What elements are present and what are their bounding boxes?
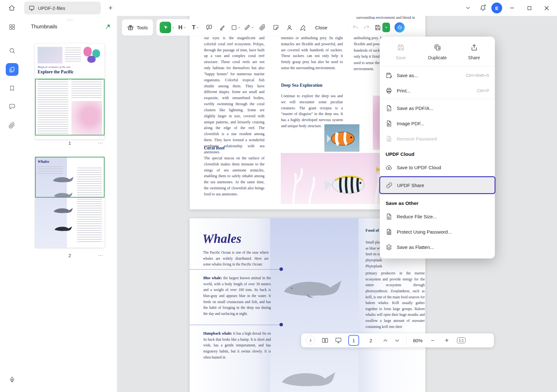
menu-item-updf-share[interactable]: UPDF Share [380,177,495,193]
fill-sign-tool-button[interactable] [297,21,309,34]
save-dropdown-button[interactable] [382,23,390,32]
undo-button[interactable] [352,24,359,31]
minimize-button[interactable] [505,2,519,14]
page1-col2-paragraph: enemies or ambushing prey. Its eight ten… [281,35,343,71]
timeline-line-2 [190,325,281,325]
paperclip-icon [9,122,15,129]
menu-item-reduce-file-size[interactable]: Reduce File Size... [380,209,495,224]
sidebar-item-apps[interactable] [5,20,19,34]
text-tool-button[interactable]: T [190,21,202,34]
blue-whale-text: the largest known animal in the world, w… [203,276,271,316]
sidebar-item-thumbnails[interactable] [6,63,18,76]
updf-cloud-section-title: UPDF Cloud [380,146,495,160]
menu-item-save-as[interactable]: Save as... Ctrl+Shift+S [380,68,495,83]
sidebar-item-comments[interactable] [5,100,19,113]
home-icon [8,4,15,11]
save-icon[interactable] [374,24,381,31]
previous-page-button[interactable] [383,338,388,343]
attachment-tool-button[interactable] [257,21,269,34]
collapse-toolbar-button[interactable] [462,2,474,14]
maximize-button[interactable] [522,2,537,14]
quick-share-label: Share [468,55,480,60]
menu-item-save-as-pdfa[interactable]: A Save as PDF/A... [380,100,495,116]
menu-item-image-pdf[interactable]: Image PDF... [380,116,495,131]
ai-assistant-button[interactable] [394,22,405,33]
main-toolbar: Tools H T [122,19,409,36]
menu-item-protect-using-password-label: Protect Using Password... [397,229,452,235]
signature-tool-button[interactable] [283,21,295,34]
shape-tool-chevron-icon[interactable] [237,26,241,29]
user-avatar[interactable]: E [491,3,502,13]
select-tool-button[interactable] [160,21,175,34]
menu-item-save-to-updf-cloud[interactable]: Save to UPDF Cloud [380,160,495,175]
quick-duplicate-button[interactable]: Duplicate [419,44,456,60]
notifications-button[interactable] [477,2,489,14]
redo-button[interactable] [363,24,370,31]
cloud-upload-icon [386,164,392,171]
zoom-out-button[interactable]: − [429,337,437,344]
sidebar-item-bookmarks[interactable] [5,82,19,95]
page2-title: Whales [202,231,241,246]
comment-tool-button[interactable] [203,21,215,34]
page2-visible-area-indicator[interactable] [35,157,105,198]
measure-tool-chevron-icon[interactable] [251,26,254,29]
bookmark-icon [9,85,15,91]
ai-robot-icon [396,24,403,31]
text-tool-chevron-icon[interactable] [196,26,199,29]
zoom-level[interactable]: 80% [413,338,423,343]
left-icon-rail [0,16,24,392]
thumb2-more-button[interactable]: ⋯ [98,252,103,258]
close-window-button[interactable] [539,2,554,14]
page-layout-button[interactable] [322,337,329,344]
next-page-button[interactable] [394,338,400,343]
menu-item-remove-password[interactable]: Remove Password [380,131,495,146]
sticker-tool-button[interactable] [270,21,282,34]
expand-panel-button[interactable] [306,336,315,345]
compress-document-icon [386,213,392,220]
highlighter-tool-button[interactable] [216,21,228,34]
home-button[interactable] [6,2,18,14]
page1-deep-sea-heading: Deep Sea Exploration [281,83,322,88]
new-tab-button[interactable]: + [105,3,116,13]
quick-save-label: Save [396,55,406,60]
sidebar-item-search[interactable] [5,44,19,57]
page-button-1[interactable]: 1 [348,335,359,346]
thumb1-more-button[interactable]: ⋯ [98,140,103,146]
tool-group: H T [156,19,336,36]
page-thumbnail-2[interactable]: Whales [35,157,105,248]
presentation-button[interactable] [335,337,342,344]
page1-col2-paragraph2: Continue to explore the deep sea and we … [281,93,343,129]
ruler-icon [244,24,250,31]
actual-size-button[interactable]: 1:1 [457,338,466,343]
timeline-dot-1 [279,267,283,271]
pin-icon[interactable] [105,24,111,30]
shape-tool-button[interactable] [230,21,242,34]
measure-tool-button[interactable] [243,21,255,34]
notification-badge [484,4,486,7]
save-as-shortcut: Ctrl+Shift+S [466,73,489,78]
sidebar-item-attachments[interactable] [5,119,19,132]
select-tool-chevron-icon[interactable] [171,26,175,29]
menu-item-save-as-flatten[interactable]: Save as Flatten... [380,239,495,255]
page1-visible-area-indicator[interactable] [35,79,105,135]
thumb2-label-row: 2 ⋯ [35,252,105,259]
quick-share-button[interactable]: Share [456,44,492,60]
page-button-2[interactable]: 2 [365,335,376,346]
quick-save-button[interactable]: Save [382,44,419,60]
document-tab-title: UPDF-2-files [38,5,65,11]
menu-item-protect-using-password[interactable]: Protect Using Password... [380,224,495,239]
tools-button[interactable]: Tools [122,19,153,36]
humpback-illustration [279,368,339,392]
history-save-group [348,19,409,36]
menu-item-save-as-label: Save as... [397,73,418,78]
heading-tool-chevron-icon[interactable] [183,26,186,29]
thumb1-label-row: 1 ⋯ [35,139,105,146]
close-editor-button[interactable]: Close [310,21,332,34]
menu-item-print[interactable]: Print... Ctrl+P [380,83,495,98]
sidebar-item-pen-tool[interactable] [5,373,19,386]
panel-drag-handle[interactable]: ⋯ [24,17,117,24]
page-thumbnail-1[interactable]: Magical creatures of the sea. Explore th… [35,44,105,139]
heading-tool-button[interactable]: H [176,21,188,34]
zoom-in-button[interactable]: + [443,337,451,344]
document-tab[interactable]: UPDF-2-files [24,2,101,14]
